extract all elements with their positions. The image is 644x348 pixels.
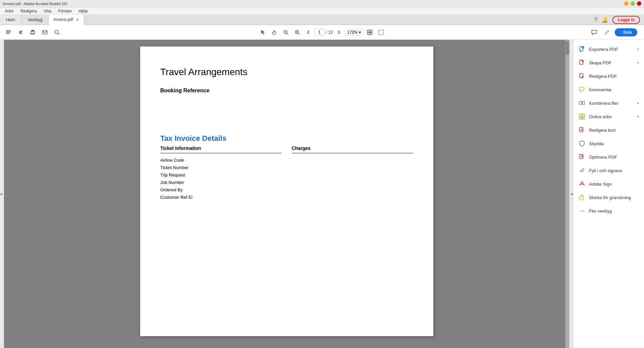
svg-rect-25	[579, 87, 584, 91]
svg-rect-2	[6, 33, 9, 34]
tab-bar-right: ? 🔔 Logga in	[590, 15, 644, 25]
help-icon[interactable]: ?	[594, 17, 597, 23]
next-page-btn[interactable]	[334, 28, 344, 36]
svg-point-37	[582, 211, 583, 212]
tab-file-label: Invoice.pdf	[54, 17, 73, 22]
close-btn[interactable]	[637, 1, 641, 6]
pdf-ticket-header: Ticket Information	[160, 146, 282, 153]
toolbar: 1 / 13 172% ▾ ↑ Dela	[0, 25, 644, 40]
share-button[interactable]: ↑ Dela	[615, 28, 637, 36]
svg-rect-19	[370, 33, 372, 35]
marquee-btn[interactable]	[376, 28, 386, 37]
maximize-btn[interactable]	[631, 1, 635, 6]
window-controls	[624, 1, 641, 6]
svg-rect-20	[379, 30, 384, 35]
fit-page-btn[interactable]	[365, 28, 375, 37]
recent-btn[interactable]	[3, 28, 13, 37]
svg-rect-29	[582, 114, 585, 117]
search-icon	[54, 29, 60, 35]
print-btn[interactable]	[28, 28, 38, 37]
zoom-out-btn[interactable]	[281, 28, 291, 37]
menu-arkiv[interactable]: Arkiv	[1, 8, 17, 14]
right-panel-toggle[interactable]: ◀	[569, 40, 573, 348]
search-btn[interactable]	[52, 28, 62, 37]
panel-label-send-review: Skicka för granskning	[589, 195, 639, 200]
panel-item-send-review[interactable]: Skicka för granskning	[574, 191, 644, 204]
tab-tools[interactable]: Verktyg	[22, 15, 49, 25]
panel-item-create-pdf[interactable]: Skapa PDF▾	[574, 56, 644, 69]
print-icon	[30, 29, 36, 35]
panel-chevron-export-pdf: ▾	[637, 47, 639, 52]
panel-icon-edit-pdf	[578, 72, 586, 80]
svg-line-11	[287, 33, 288, 35]
panel-label-adobe-sign: Adobe Sign	[589, 182, 639, 187]
scroll-thumb[interactable]	[565, 41, 569, 55]
panel-item-comment[interactable]: Kommentar	[574, 83, 644, 96]
menu-redigera[interactable]: Redigera	[17, 8, 40, 14]
svg-rect-18	[367, 33, 369, 35]
comment-tool-btn[interactable]	[589, 28, 599, 37]
panel-item-combine[interactable]: Kombinera filer▾	[574, 96, 644, 110]
panel-item-export-pdf[interactable]: Exportera PDF▾	[574, 42, 644, 56]
panel-icon-protect	[578, 140, 586, 147]
panel-item-protect[interactable]: Skydda	[574, 137, 644, 150]
panel-item-more-tools[interactable]: Fler verktyg	[574, 204, 644, 218]
pdf-scrollbar[interactable]	[565, 40, 569, 348]
svg-rect-16	[367, 30, 369, 32]
title-text: Invoice.pdf - Adobe Acrobat Reader DC	[3, 2, 68, 6]
edit-icon	[604, 29, 610, 35]
recent-icon	[5, 29, 11, 35]
back-btn[interactable]	[16, 28, 26, 37]
menu-bar: Arkiv Redigera Visa Fönster Hjälp	[0, 7, 644, 15]
panel-chevron-organize: ▾	[637, 115, 639, 119]
email-btn[interactable]	[40, 28, 50, 37]
svg-rect-1	[6, 32, 11, 32]
right-panel: Exportera PDF▾Skapa PDF▾Redigera PDFKomm…	[573, 40, 644, 348]
toolbar-right: ↑ Dela	[589, 28, 641, 37]
panel-icon-create-pdf	[578, 59, 586, 66]
svg-rect-28	[579, 114, 582, 117]
panel-item-fill-sign[interactable]: Fyll i och signera	[574, 164, 644, 177]
panel-item-delete[interactable]: Redigera bort	[574, 123, 644, 137]
page-separator: /	[326, 30, 327, 35]
login-button[interactable]: Logga in	[612, 16, 640, 24]
toolbar-center-controls: 1 / 13 172% ▾	[258, 28, 386, 37]
marquee-icon	[378, 29, 384, 35]
page-number-input[interactable]: 1	[314, 29, 325, 36]
edit-tool-btn[interactable]	[602, 28, 612, 37]
pdf-field-customer-ref: Customer Ref El	[160, 194, 282, 201]
panel-label-combine: Kombinera filer	[589, 101, 637, 106]
panel-icon-optimize	[578, 153, 586, 161]
hand-tool-btn[interactable]	[269, 28, 279, 37]
left-panel-toggle[interactable]: ▶	[0, 40, 4, 348]
hand-icon	[271, 29, 277, 35]
bell-icon[interactable]: 🔔	[602, 17, 608, 23]
panel-item-optimize[interactable]: Optimera PDF	[574, 150, 644, 164]
pdf-charges-col: Charges	[292, 146, 413, 201]
panel-item-edit-pdf[interactable]: Redigera PDF	[574, 69, 644, 83]
prev-page-btn[interactable]	[304, 28, 313, 36]
zoom-selector[interactable]: 172% ▾	[345, 29, 364, 36]
panel-icon-organize	[578, 113, 586, 120]
menu-fonster[interactable]: Fönster	[55, 8, 75, 14]
tab-close-icon[interactable]: ✕	[76, 18, 79, 22]
panel-label-delete: Redigera bort	[589, 128, 639, 133]
select-tool-btn[interactable]	[258, 28, 268, 37]
comment-icon	[591, 29, 597, 35]
panel-label-more-tools: Fler verktyg	[589, 209, 639, 214]
zoom-in-btn[interactable]	[292, 28, 302, 37]
menu-visa[interactable]: Visa	[40, 8, 55, 14]
menu-hjalp[interactable]: Hjälp	[75, 8, 91, 14]
pdf-booking-reference: Booking Reference	[160, 88, 413, 94]
tab-home[interactable]: Hem	[0, 15, 22, 25]
panel-icon-fill-sign	[578, 167, 586, 174]
panel-icon-adobe-sign	[578, 180, 586, 188]
panel-item-organize[interactable]: Ordna sidor▾	[574, 110, 644, 123]
tab-file[interactable]: Invoice.pdf ✕	[49, 15, 84, 25]
panel-label-organize: Ordna sidor	[589, 114, 637, 119]
zoom-in-icon	[294, 29, 300, 35]
panel-item-adobe-sign[interactable]: Adobe Sign	[574, 177, 644, 191]
share-label: Dela	[623, 30, 632, 35]
minimize-btn[interactable]	[624, 1, 628, 6]
page-total: 13	[328, 30, 333, 35]
